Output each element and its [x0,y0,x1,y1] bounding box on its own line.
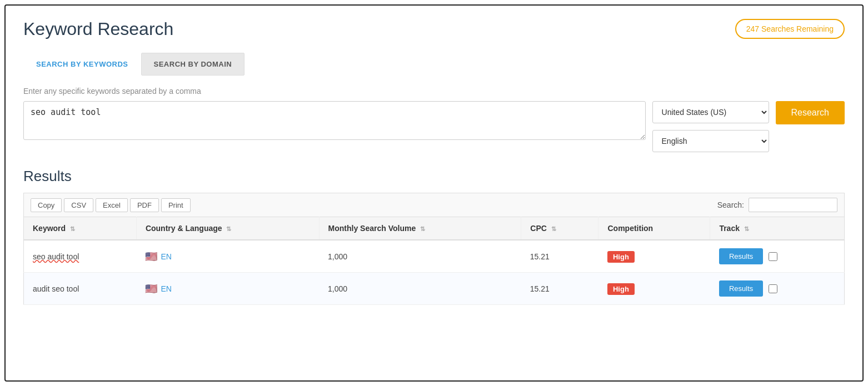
cell-cpc-1: 15.21 [521,240,598,273]
cell-volume-2: 1,000 [319,273,521,305]
col-keyword: Keyword ⇅ [24,217,137,240]
cell-country-1: 🇺🇸 EN [136,240,319,273]
col-track: Track ⇅ [710,217,845,240]
page-header: Keyword Research 247 Searches Remaining [23,19,845,39]
language-select[interactable]: English Spanish French German [652,130,769,152]
cell-track-2: Results [710,273,845,305]
table-search-wrap: Search: [717,198,837,212]
results-title: Results [23,168,845,185]
track-checkbox-2[interactable] [769,284,777,293]
table-row: audit seo tool 🇺🇸 EN 1,000 15.21 High [24,273,845,305]
top-right-group: United States (US) United Kingdom (UK) C… [652,101,845,124]
results-toolbar: Copy CSV Excel PDF Print Search: [23,193,845,217]
lang-code-1: EN [161,252,171,261]
table-header-row: Keyword ⇅ Country & Language ⇅ Monthly S… [24,217,845,240]
cell-competition-1: High [598,240,710,273]
sort-icon-volume[interactable]: ⇅ [420,225,425,233]
right-controls: United States (US) United Kingdom (UK) C… [652,101,845,152]
competition-badge-2: High [607,283,635,295]
cell-competition-2: High [598,273,710,305]
print-button[interactable]: Print [161,198,191,212]
sort-icon-cpc[interactable]: ⇅ [551,225,556,233]
pdf-button[interactable]: PDF [130,198,159,212]
cell-keyword-2: audit seo tool [24,273,137,305]
cell-cpc-2: 15.21 [521,273,598,305]
csv-button[interactable]: CSV [64,198,93,212]
col-cpc: CPC ⇅ [521,217,598,240]
table-search-input[interactable] [749,198,837,212]
sort-icon-track[interactable]: ⇅ [744,225,749,233]
keyword-input-wrap: seo audit tool [23,101,646,142]
search-hint: Enter any specific keywords separated by… [23,87,845,96]
col-monthly-search-volume: Monthly Search Volume ⇅ [319,217,521,240]
cell-keyword-1: seo audit tool [24,240,137,273]
cell-volume-1: 1,000 [319,240,521,273]
export-buttons: Copy CSV Excel PDF Print [31,198,191,212]
results-table: Keyword ⇅ Country & Language ⇅ Monthly S… [23,217,845,305]
tab-search-by-keywords[interactable]: SEARCH BY KEYWORDS [23,53,141,76]
competition-badge-1: High [607,251,635,263]
copy-button[interactable]: Copy [31,198,62,212]
col-competition: Competition [598,217,710,240]
results-button-1[interactable]: Results [719,248,763,264]
excel-button[interactable]: Excel [96,198,128,212]
table-row: seo audit tool 🇺🇸 EN 1,000 15.21 High [24,240,845,273]
track-checkbox-1[interactable] [769,252,777,261]
col-country-language: Country & Language ⇅ [136,217,319,240]
lang-code-2: EN [161,284,171,293]
research-button[interactable]: Research [776,101,845,124]
keyword-textarea[interactable]: seo audit tool [23,101,646,140]
search-row: seo audit tool United States (US) United… [23,101,845,152]
tab-search-by-domain[interactable]: SEARCH BY DOMAIN [141,53,245,76]
cell-country-2: 🇺🇸 EN [136,273,319,305]
sort-icon-country[interactable]: ⇅ [226,225,231,233]
flag-icon-1: 🇺🇸 [145,250,157,263]
searches-remaining-badge: 247 Searches Remaining [735,19,845,39]
sort-icon-keyword[interactable]: ⇅ [70,225,75,233]
search-label: Search: [717,200,744,209]
country-select[interactable]: United States (US) United Kingdom (UK) C… [652,101,769,123]
results-button-2[interactable]: Results [719,280,763,297]
flag-icon-2: 🇺🇸 [145,283,157,295]
tabs-container: SEARCH BY KEYWORDS SEARCH BY DOMAIN [23,53,845,76]
page-title: Keyword Research [23,19,173,39]
cell-track-1: Results [710,240,845,273]
